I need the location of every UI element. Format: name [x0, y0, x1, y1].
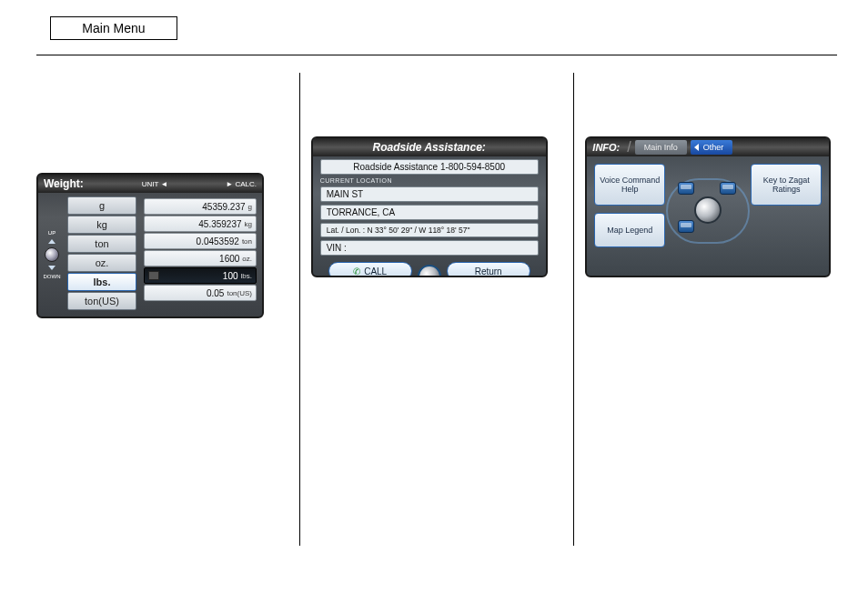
- call-button[interactable]: ✆ CALL: [328, 262, 412, 277]
- column-divider: [299, 73, 300, 546]
- value-row: 1600oz.: [144, 250, 257, 266]
- main-menu-button[interactable]: Main Menu: [50, 16, 177, 40]
- map-legend-button[interactable]: Map Legend: [594, 213, 665, 247]
- column-3: INFO: / Main Info Other Voice Command He…: [585, 73, 837, 546]
- center-knob-icon: [418, 265, 441, 277]
- value-row: 100lbs.: [144, 267, 257, 284]
- unit-list: gkgtonoz.lbs.ton(US): [66, 193, 138, 317]
- roadside-screen: Roadside Assistance: Roadside Assistance…: [311, 136, 548, 277]
- column-1: Weight: UNIT ◄ ► CALC. UP DOWN gkgtonoz.…: [36, 73, 288, 546]
- latlon-field: Lat. / Lon. : N 33° 50' 29" / W 118° 18'…: [320, 223, 539, 237]
- column-2: Roadside Assistance: Roadside Assistance…: [311, 73, 563, 546]
- tab-main-info[interactable]: Main Info: [635, 140, 687, 155]
- down-label: DOWN: [44, 274, 61, 279]
- city-field: TORRANCE, CA: [320, 205, 539, 220]
- info-label: INFO:: [587, 142, 627, 153]
- divider: [36, 55, 837, 55]
- roadside-number: Roadside Assistance 1-800-594-8500: [320, 159, 539, 175]
- book-icon: [678, 220, 694, 233]
- calc-indicator: ► CALC.: [226, 180, 257, 188]
- up-label: UP: [48, 230, 56, 236]
- call-label: CALL: [364, 266, 387, 276]
- unit-item[interactable]: oz.: [67, 254, 136, 272]
- book-icon: [720, 182, 736, 195]
- unit-item[interactable]: lbs.: [67, 273, 136, 291]
- current-location-label: CURRENT LOCATION: [320, 177, 539, 184]
- voice-command-help-button[interactable]: Voice Command Help: [594, 164, 665, 206]
- value-row: 45.359237kg: [144, 216, 257, 232]
- zagat-ratings-button[interactable]: Key to Zagat Ratings: [751, 164, 822, 206]
- joystick-icon: [45, 247, 59, 262]
- unit-item[interactable]: ton: [67, 235, 136, 253]
- vin-field: VIN :: [320, 240, 539, 256]
- info-screen: INFO: / Main Info Other Voice Command He…: [585, 136, 831, 277]
- unit-item[interactable]: kg: [67, 216, 136, 234]
- unit-item[interactable]: ton(US): [67, 292, 136, 310]
- value-row: 0.0453592ton: [144, 233, 257, 249]
- weight-title: Weight:: [44, 177, 84, 190]
- up-icon: [48, 239, 56, 244]
- up-down-control[interactable]: UP DOWN: [38, 193, 66, 317]
- weight-screen: Weight: UNIT ◄ ► CALC. UP DOWN gkgtonoz.…: [36, 173, 264, 318]
- street-field: MAIN ST: [320, 186, 539, 202]
- value-row: 0.05ton(US): [144, 285, 257, 301]
- return-button[interactable]: Return: [447, 262, 530, 277]
- unit-item[interactable]: g: [67, 196, 136, 215]
- unit-indicator: UNIT ◄: [142, 180, 168, 188]
- column-divider: [573, 73, 574, 546]
- roadside-title: Roadside Assistance:: [313, 138, 546, 156]
- down-icon: [48, 266, 56, 270]
- center-knob-icon: [694, 196, 722, 224]
- value-list: 45359.237g45.359237kg0.0453592ton1600oz.…: [138, 193, 262, 317]
- flag-icon: [148, 271, 159, 280]
- book-icon: [678, 182, 694, 195]
- value-row: 45359.237g: [144, 198, 257, 215]
- tab-other[interactable]: Other: [691, 140, 733, 155]
- phone-icon: ✆: [353, 266, 360, 276]
